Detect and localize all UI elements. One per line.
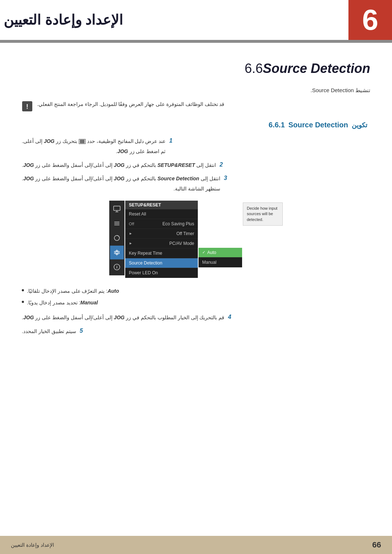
footer-page-number: 66: [372, 540, 381, 550]
subsection-title-en: Source Detection: [289, 121, 348, 129]
bullet-auto-text: Auto: يتم التعرّف على مصدر الإدخال تلقائ…: [27, 287, 119, 295]
note-box: قد تختلف الوظائف المتوفرة على جهاز العرض…: [22, 100, 370, 112]
subsection-heading: 6.6.1 Source Detection تكوين: [22, 121, 370, 129]
section-title-row: 6.6 Source Detection: [22, 61, 370, 76]
note-icon: !: [22, 101, 33, 112]
chapter-number-box: 6: [348, 0, 392, 40]
step-1-sub: ثم اضغط على زر JOG.: [22, 147, 166, 156]
menu-item-eco-saving: Off Eco Saving Plus: [125, 219, 198, 229]
step-number-4: 4: [228, 314, 231, 320]
bullet-dot-auto: [22, 289, 24, 291]
step-text-4: قم بالتحريك إلى الخيار المطلوب بالتحكم ف…: [22, 313, 224, 322]
step-2: 2 انتقل إلى SETUP&RESET بالتحكم في زر JO…: [22, 161, 370, 170]
svg-text:!: !: [26, 103, 28, 110]
note-text: قد تختلف الوظائف المتوفرة على جهاز العرض…: [37, 100, 224, 108]
activation-label: تنشيط Source Detection.: [311, 87, 370, 93]
step-3: 3 انتقل إلى Source Detection بالتحكم في …: [22, 175, 370, 193]
inline-icon: [79, 139, 86, 144]
submenu-item-auto: ✓ Auto: [199, 248, 242, 258]
header-stripe: [0, 40, 392, 43]
side-icon-monitor: [110, 202, 124, 216]
chapter-number: 6: [362, 5, 379, 34]
section-title: Source Detection: [263, 61, 370, 76]
page-footer: 66 الإعداد وإعادة التعيين: [0, 536, 392, 554]
chapter-header: الإعداد وإعادة التعيين 6: [0, 0, 392, 40]
main-content: 6.6 Source Detection تنشيط Source Detect…: [0, 43, 392, 372]
side-icon-color: [110, 231, 124, 245]
svg-rect-2: [114, 206, 120, 210]
bullet-auto: Auto: يتم التعرّف على مصدر الإدخال تلقائ…: [22, 287, 363, 295]
chapter-title: الإعداد وإعادة التعيين: [4, 12, 123, 28]
tooltip-box: Decide how input sources will be detecte…: [243, 202, 283, 226]
svg-text:i: i: [116, 265, 117, 269]
menu-screenshot: i SETUP&RESET Reset All Off Eco Saving P…: [22, 201, 370, 278]
side-icon-settings: [110, 246, 124, 259]
menu-item-power-led: Power LED On: [125, 268, 198, 278]
activation-text: تنشيط Source Detection.: [22, 87, 370, 94]
bullet-manual-text: Manual: تحديد مصدر إدخال يدويًا.: [27, 299, 98, 307]
step-number-1: 1: [169, 138, 172, 144]
steps-list-2: 4 قم بالتحريك إلى الخيار المطلوب بالتحكم…: [22, 313, 370, 336]
bullet-manual: Manual: تحديد مصدر إدخال يدويًا.: [22, 299, 363, 307]
section-number: 6.6: [245, 61, 263, 76]
subsection-title-ar: تكوين: [352, 121, 367, 129]
step-number-2: 2: [220, 161, 223, 168]
steps-list: 1 عند عرض دليل المفاتيح الوظيفية، حدد بت…: [22, 137, 370, 193]
step-3-sub: ستظهر الشاشة التالية.: [22, 185, 220, 193]
menu-item-off-timer: ► Off Timer: [125, 229, 198, 239]
side-icons-panel: i: [109, 201, 124, 275]
menu-item-key-repeat: Key Repeat Time: [125, 249, 198, 258]
setup-reset-menu: SETUP&RESET Reset All Off Eco Saving Plu…: [125, 201, 198, 278]
step-number-3: 3: [224, 175, 227, 181]
step-5: 5 سيتم تطبيق الخيار المحدد.: [22, 327, 370, 336]
menu-item-reset-all: Reset All: [125, 209, 198, 219]
menu-wrapper: i SETUP&RESET Reset All Off Eco Saving P…: [109, 201, 283, 278]
step-text-1: عند عرض دليل المفاتيح الوظيفية، حدد بتحر…: [22, 137, 166, 156]
step-1: 1 عند عرض دليل المفاتيح الوظيفية، حدد بت…: [22, 137, 370, 156]
footer-title: الإعداد وإعادة التعيين: [11, 542, 54, 548]
bullet-list: Auto: يتم التعرّف على مصدر الإدخال تلقائ…: [22, 287, 370, 307]
step-text-5: سيتم تطبيق الخيار المحدد.: [22, 327, 76, 336]
step-4: 4 قم بالتحريك إلى الخيار المطلوب بالتحكم…: [22, 313, 370, 322]
step-text-3: انتقل إلى Source Detection بالتحكم في زر…: [22, 175, 220, 193]
side-icon-info: i: [110, 260, 124, 274]
side-icon-brightness: [110, 217, 124, 230]
step-text-2: انتقل إلى SETUP&RESET بالتحكم في زر JOG …: [22, 161, 216, 170]
svg-point-9: [116, 251, 118, 254]
bullet-dot-manual: [22, 301, 24, 303]
submenu-panel: ✓ Auto Manual: [199, 248, 242, 267]
subsection-number: 6.6.1: [269, 121, 285, 129]
menu-header: SETUP&RESET: [125, 201, 198, 209]
menu-item-source-detection: Source Detection: [125, 258, 198, 268]
menu-item-pcav-mode: ► PC/AV Mode: [125, 239, 198, 249]
step-number-5: 5: [80, 328, 83, 334]
submenu-item-manual: Manual: [199, 258, 242, 267]
